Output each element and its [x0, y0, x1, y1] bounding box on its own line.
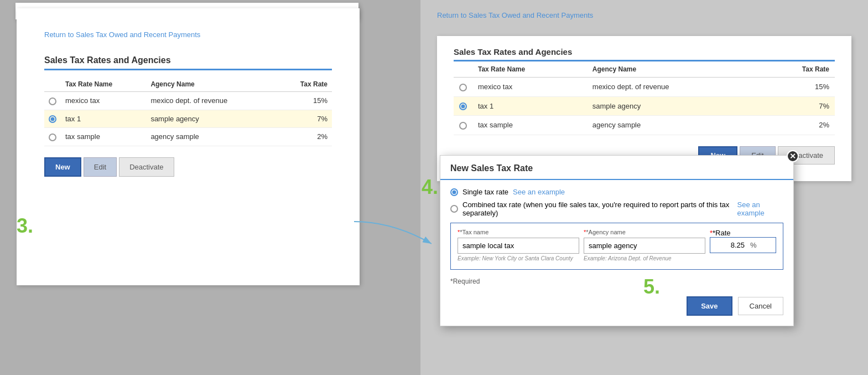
- left-blue-divider: [44, 69, 332, 70]
- radio-button[interactable]: [459, 122, 467, 130]
- right-col-tax-rate: Tax Rate: [760, 61, 835, 78]
- modal-header: New Sales Tax Rate: [440, 156, 793, 180]
- tax-name-cell: mexico tax: [61, 92, 146, 110]
- single-see-example-link[interactable]: See an example: [513, 188, 565, 196]
- agency-name-field: **Agency name Example: Arizona Dept. of …: [584, 229, 705, 261]
- agency-cell: mexico dept. of revenue: [587, 78, 760, 97]
- single-tax-option[interactable]: Single tax rate See an example: [450, 188, 783, 196]
- left-new-button[interactable]: New: [44, 157, 81, 177]
- table-row[interactable]: tax sample agency sample 2%: [44, 128, 332, 146]
- rate-percent-symbol: %: [749, 238, 760, 253]
- rate-cell: 2%: [760, 116, 835, 135]
- radio-cell[interactable]: [454, 116, 472, 135]
- agency-name-label: **Agency name: [584, 229, 705, 235]
- agency-cell: mexico dept. of revenue: [146, 92, 277, 110]
- radio-button[interactable]: [49, 97, 56, 105]
- left-col-agency-name: Agency Name: [146, 77, 277, 92]
- modal-title: New Sales Tax Rate: [450, 163, 533, 173]
- tax-name-cell: mexico tax: [472, 78, 587, 97]
- left-col-radio: [44, 77, 61, 92]
- combined-see-example-link[interactable]: See an example: [737, 201, 783, 217]
- rate-cell: 7%: [277, 110, 332, 128]
- table-row[interactable]: tax sample agency sample 2%: [454, 116, 835, 135]
- left-deactivate-button[interactable]: Deactivate: [119, 157, 174, 177]
- radio-cell[interactable]: [454, 78, 472, 97]
- tax-name-field: **Tax name Example: New York City or San…: [458, 229, 579, 261]
- rate-field: **Rate %: [710, 229, 776, 253]
- combined-tax-radio[interactable]: [450, 205, 458, 213]
- right-section-title: Sales Tax Rates and Agencies: [454, 47, 835, 56]
- rate-cell: 7%: [760, 96, 835, 116]
- rate-cell: 15%: [277, 92, 332, 110]
- rate-label: **Rate: [710, 229, 776, 237]
- agency-name-label-text: *Agency name: [586, 229, 626, 235]
- right-tax-table: Tax Rate Name Agency Name Tax Rate mexic…: [454, 61, 835, 135]
- left-edit-button[interactable]: Edit: [84, 157, 117, 177]
- tax-name-cell: tax 1: [61, 110, 146, 128]
- right-col-radio: [454, 61, 472, 78]
- modal-body: Single tax rate See an example Combined …: [440, 180, 793, 296]
- right-col-tax-rate-name: Tax Rate Name: [472, 61, 587, 78]
- agency-cell: agency sample: [146, 128, 277, 146]
- cancel-button[interactable]: Cancel: [738, 297, 783, 315]
- radio-cell[interactable]: [44, 128, 61, 146]
- radio-button-checked[interactable]: [459, 102, 467, 110]
- left-section-title: Sales Tax Rates and Agencies: [44, 55, 332, 65]
- radio-button[interactable]: [459, 84, 467, 91]
- left-panel: Return to Sales Tax Owed and Recent Paym…: [6, 0, 371, 375]
- right-return-link[interactable]: Return to Sales Tax Owed and Recent Paym…: [437, 11, 851, 19]
- tax-name-hint: Example: New York City or Santa Clara Co…: [458, 255, 579, 261]
- form-fields: **Tax name Example: New York City or San…: [450, 223, 783, 270]
- left-paper-page: Return to Sales Tax Owed and Recent Paym…: [17, 8, 360, 285]
- right-col-agency-name: Agency Name: [587, 61, 760, 78]
- single-tax-radio[interactable]: [450, 188, 458, 196]
- table-row[interactable]: mexico tax mexico dept. of revenue 15%: [454, 78, 835, 97]
- tax-name-input[interactable]: [458, 238, 579, 254]
- modal-overlay: ✕ New Sales Tax Rate Single tax rate See…: [440, 155, 794, 326]
- left-col-tax-rate-name: Tax Rate Name: [61, 77, 146, 92]
- radio-button[interactable]: [49, 133, 56, 141]
- form-fields-row: **Tax name Example: New York City or San…: [458, 229, 776, 261]
- agency-cell: agency sample: [587, 116, 760, 135]
- step3-label: 3.: [17, 216, 33, 236]
- tax-name-cell: tax 1: [472, 96, 587, 116]
- agency-cell: sample agency: [587, 96, 760, 116]
- connector-arrow: [343, 210, 443, 256]
- agency-name-input[interactable]: [584, 238, 705, 254]
- table-row[interactable]: tax 1 sample agency 7%: [454, 96, 835, 116]
- rate-input[interactable]: [710, 238, 749, 253]
- agency-cell: sample agency: [146, 110, 277, 128]
- rate-label-text: *Rate: [713, 229, 731, 237]
- modal-container: ✕ New Sales Tax Rate Single tax rate See…: [440, 156, 793, 326]
- tax-name-label: **Tax name: [458, 229, 579, 235]
- step5-label: 5.: [643, 277, 660, 297]
- radio-cell[interactable]: [44, 92, 61, 110]
- tax-name-label-text: *Tax name: [460, 229, 488, 235]
- radio-cell[interactable]: [44, 110, 61, 128]
- save-button[interactable]: Save: [687, 296, 732, 316]
- tax-name-cell: tax sample: [472, 116, 587, 135]
- combined-tax-label: Combined tax rate (when you file sales t…: [462, 201, 733, 217]
- tax-name-cell: tax sample: [61, 128, 146, 146]
- left-col-tax-rate: Tax Rate: [277, 77, 332, 92]
- modal-close-button[interactable]: ✕: [787, 150, 799, 162]
- left-button-row: New Edit Deactivate: [44, 157, 332, 177]
- modal-footer: Save Cancel: [440, 296, 793, 326]
- radio-cell[interactable]: [454, 96, 472, 116]
- left-return-link[interactable]: Return to Sales Tax Owed and Recent Paym…: [44, 30, 332, 39]
- step4-label: 4.: [422, 177, 438, 197]
- table-row[interactable]: mexico tax mexico dept. of revenue 15%: [44, 92, 332, 110]
- rate-input-wrap: %: [710, 237, 776, 253]
- required-note: *Required: [450, 278, 783, 285]
- radio-button-checked[interactable]: [49, 115, 56, 123]
- agency-name-hint: Example: Arizona Dept. of Revenue: [584, 255, 705, 261]
- rate-cell: 15%: [760, 78, 835, 97]
- single-tax-label: Single tax rate: [462, 188, 508, 196]
- combined-tax-option[interactable]: Combined tax rate (when you file sales t…: [450, 201, 783, 217]
- rate-cell: 2%: [277, 128, 332, 146]
- left-tax-table: Tax Rate Name Agency Name Tax Rate mexic…: [44, 77, 332, 146]
- table-row[interactable]: tax 1 sample agency 7%: [44, 110, 332, 128]
